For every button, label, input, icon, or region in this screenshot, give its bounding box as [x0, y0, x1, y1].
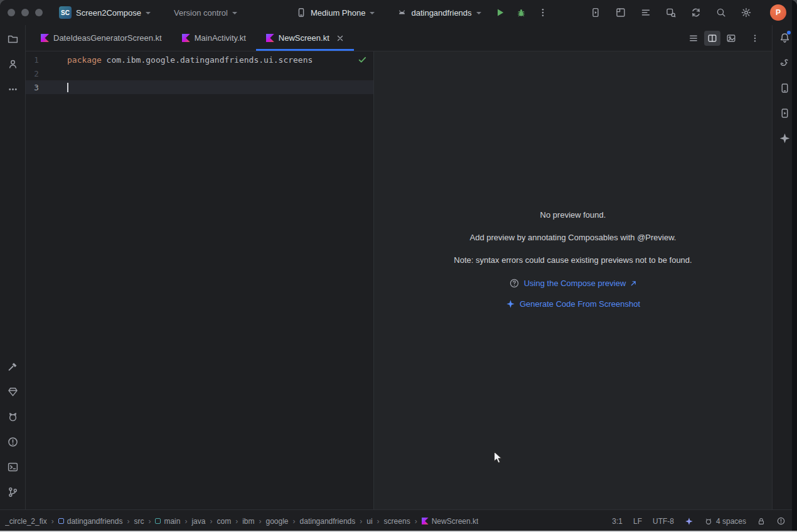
- title-bar: SC Screen2Compose Version control Medium…: [0, 0, 797, 25]
- readonly-lock-icon[interactable]: [756, 517, 767, 526]
- compose-preview-help-link[interactable]: Using the Compose preview: [509, 278, 638, 289]
- notification-badge: [787, 31, 791, 35]
- project-widget[interactable]: SC Screen2Compose: [59, 0, 151, 25]
- editor-view-mode-controls: [685, 25, 763, 51]
- minimize-window-button[interactable]: [21, 9, 29, 16]
- kebab-menu-icon: [538, 8, 548, 18]
- titlebar-actions: P: [589, 0, 786, 25]
- run-config-selector[interactable]: datingandfriends: [397, 8, 481, 18]
- code-view-button[interactable]: [685, 31, 702, 46]
- gemini-sparkle-icon: [506, 299, 515, 309]
- breadcrumb-item[interactable]: google: [265, 517, 288, 526]
- play-icon: [495, 8, 505, 18]
- ide-window: SC Screen2Compose Version control Medium…: [0, 0, 797, 532]
- version-control-widget[interactable]: Version control: [174, 0, 237, 25]
- breadcrumb-item[interactable]: screens: [384, 517, 410, 526]
- code-text: com.ibm.google.datingandfriends.ui.scree…: [102, 55, 313, 65]
- run-toolbar: Medium Phone datingandfriends: [296, 0, 549, 25]
- editor-line-1: 1 package com.ibm.google.datingandfriend…: [26, 53, 373, 66]
- inspections-ok-check-icon[interactable]: [358, 55, 367, 66]
- breadcrumb-item[interactable]: java: [191, 517, 205, 526]
- version-control-branch-icon[interactable]: [3, 482, 23, 502]
- editor-options-menu-icon[interactable]: [747, 31, 763, 46]
- breadcrumb-item[interactable]: _circle_2_fix: [5, 517, 47, 526]
- breadcrumb-item[interactable]: datingandfriends: [58, 517, 123, 526]
- project-folder-icon[interactable]: [3, 29, 23, 49]
- logcat-icon[interactable]: [3, 407, 23, 427]
- chevron-separator: [254, 517, 265, 526]
- chevron-separator: [289, 517, 300, 526]
- search-icon[interactable]: [715, 6, 727, 19]
- settings-gear-icon[interactable]: [740, 6, 752, 19]
- debug-button[interactable]: [515, 6, 528, 19]
- project-badge-icon: SC: [59, 6, 72, 19]
- indentation-widget[interactable]: 4 spaces: [703, 517, 747, 526]
- tab-mainactivity[interactable]: MainActivity.kt: [172, 25, 256, 51]
- running-devices-icon[interactable]: [589, 6, 602, 19]
- more-run-options-button[interactable]: [537, 6, 549, 19]
- tab-newscreen[interactable]: NewScreen.kt: [256, 25, 354, 51]
- generate-code-from-screenshot-link[interactable]: Generate Code From Screenshot: [506, 299, 640, 309]
- kotlin-file-icon: [41, 34, 49, 42]
- caret-position-widget[interactable]: 3:1: [611, 517, 624, 526]
- compose-preview-link-label: Using the Compose preview: [524, 279, 626, 288]
- device-selector[interactable]: Medium Phone: [296, 8, 375, 18]
- syntax-note-text: Note: syntax errors could cause existing…: [454, 255, 692, 265]
- breadcrumb-item-file[interactable]: NewScreen.kt: [422, 517, 479, 526]
- kotlin-file-icon: [422, 518, 429, 524]
- breadcrumb: _circle_2_fix datingandfriends src main …: [5, 517, 478, 526]
- editor-line-2: 2: [26, 66, 373, 80]
- editor-tab-bar: DateIdeasGeneratorScreen.kt MainActivity…: [26, 25, 772, 51]
- app-module-icon: [397, 8, 407, 18]
- breadcrumb-item[interactable]: datingandfriends: [300, 517, 356, 526]
- gem-icon[interactable]: [3, 381, 23, 402]
- design-view-button[interactable]: [723, 31, 739, 46]
- spaces-widget-icon: [704, 517, 713, 526]
- app-inspection-icon[interactable]: [665, 6, 677, 19]
- logcat-lines-icon[interactable]: [639, 6, 652, 19]
- build-hammer-icon[interactable]: [3, 356, 23, 376]
- breadcrumb-item[interactable]: main: [155, 517, 180, 526]
- kotlin-file-icon: [182, 34, 190, 42]
- ai-sparkle-icon[interactable]: [683, 517, 695, 526]
- close-window-button[interactable]: [8, 9, 15, 16]
- version-control-label: Version control: [174, 8, 228, 18]
- chevron-separator: [373, 517, 384, 526]
- chevron-separator: [410, 517, 422, 526]
- encoding-widget[interactable]: UTF-8: [651, 517, 675, 526]
- breadcrumb-item[interactable]: src: [134, 517, 144, 526]
- chevron-separator: [180, 517, 191, 526]
- person-icon[interactable]: [3, 54, 23, 74]
- tab-label: DateIdeasGeneratorScreen.kt: [53, 33, 162, 43]
- chevron-separator: [231, 517, 242, 526]
- tab-dateideasgeneratorscreen[interactable]: DateIdeasGeneratorScreen.kt: [31, 25, 172, 51]
- chevron-separator: [144, 517, 155, 526]
- user-avatar[interactable]: P: [770, 4, 786, 21]
- close-tab-icon[interactable]: [336, 35, 344, 42]
- line-separator-widget[interactable]: LF: [632, 517, 643, 526]
- breadcrumb-item[interactable]: ibm: [242, 517, 254, 526]
- chevron-down-icon: [232, 12, 237, 14]
- zoom-window-button[interactable]: [35, 9, 43, 16]
- terminal-icon[interactable]: [3, 457, 23, 477]
- code-editor[interactable]: 1 package com.ibm.google.datingandfriend…: [26, 51, 374, 509]
- run-button[interactable]: [494, 6, 506, 19]
- left-tool-stripe: [0, 25, 26, 509]
- breadcrumb-item[interactable]: com: [217, 517, 231, 526]
- line-number[interactable]: 2: [26, 69, 47, 78]
- source-root-icon: [155, 518, 161, 524]
- split-view-button[interactable]: [704, 31, 720, 46]
- more-tool-windows-icon[interactable]: [3, 79, 23, 99]
- line-number[interactable]: 1: [26, 55, 47, 65]
- problems-indicator-icon[interactable]: [775, 516, 787, 526]
- window-controls: [8, 9, 43, 16]
- problems-icon[interactable]: [3, 432, 23, 452]
- project-name: Screen2Compose: [76, 8, 141, 18]
- tab-label: MainActivity.kt: [195, 33, 246, 43]
- sync-project-icon[interactable]: [690, 6, 702, 19]
- device-selector-label: Medium Phone: [311, 8, 365, 18]
- breadcrumb-item[interactable]: ui: [366, 517, 372, 526]
- help-circle-icon: [509, 278, 520, 289]
- layout-inspector-icon[interactable]: [614, 6, 627, 19]
- line-number[interactable]: 3: [26, 83, 47, 92]
